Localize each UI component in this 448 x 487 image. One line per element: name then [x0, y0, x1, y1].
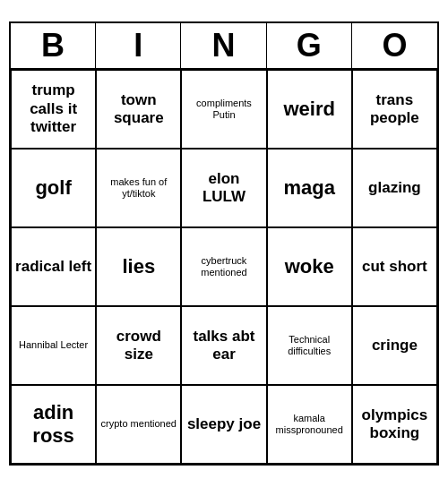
bingo-cell-15[interactable]: Hannibal Lecter [11, 306, 96, 385]
bingo-cell-16[interactable]: crowd size [96, 306, 181, 385]
bingo-letter-B: B [11, 23, 96, 68]
bingo-letter-G: G [267, 23, 352, 68]
bingo-cell-7[interactable]: elon LULW [181, 149, 266, 227]
bingo-cell-18[interactable]: Technical difficulties [267, 306, 352, 385]
bingo-cell-4[interactable]: trans people [352, 70, 437, 149]
bingo-cell-11[interactable]: lies [96, 227, 181, 306]
bingo-cell-24[interactable]: olympics boxing [352, 385, 437, 464]
bingo-cell-10[interactable]: radical left [11, 227, 96, 306]
bingo-letter-N: N [181, 23, 266, 68]
bingo-cell-13[interactable]: woke [267, 227, 352, 306]
bingo-cell-14[interactable]: cut short [352, 227, 437, 306]
bingo-cell-1[interactable]: town square [96, 70, 181, 149]
bingo-letter-O: O [352, 23, 437, 68]
bingo-cell-9[interactable]: glazing [352, 149, 437, 227]
bingo-card: BINGO trump calls it twittertown squarec… [9, 21, 439, 466]
bingo-cell-2[interactable]: compliments Putin [181, 70, 266, 149]
bingo-letter-I: I [96, 23, 181, 68]
bingo-cell-23[interactable]: kamala misspronouned [267, 385, 352, 464]
bingo-cell-19[interactable]: cringe [352, 306, 437, 385]
bingo-cell-22[interactable]: sleepy joe [181, 385, 266, 464]
bingo-cell-8[interactable]: maga [267, 149, 352, 227]
bingo-grid: trump calls it twittertown squarecomplim… [11, 70, 437, 464]
bingo-cell-21[interactable]: crypto mentioned [96, 385, 181, 464]
bingo-cell-3[interactable]: weird [267, 70, 352, 149]
bingo-cell-5[interactable]: golf [11, 149, 96, 227]
bingo-header: BINGO [11, 23, 437, 70]
bingo-cell-0[interactable]: trump calls it twitter [11, 70, 96, 149]
bingo-cell-6[interactable]: makes fun of yt/tiktok [96, 149, 181, 227]
bingo-cell-20[interactable]: adin ross [11, 385, 96, 464]
bingo-cell-12[interactable]: cybertruck mentioned [181, 227, 266, 306]
bingo-cell-17[interactable]: talks abt ear [181, 306, 266, 385]
